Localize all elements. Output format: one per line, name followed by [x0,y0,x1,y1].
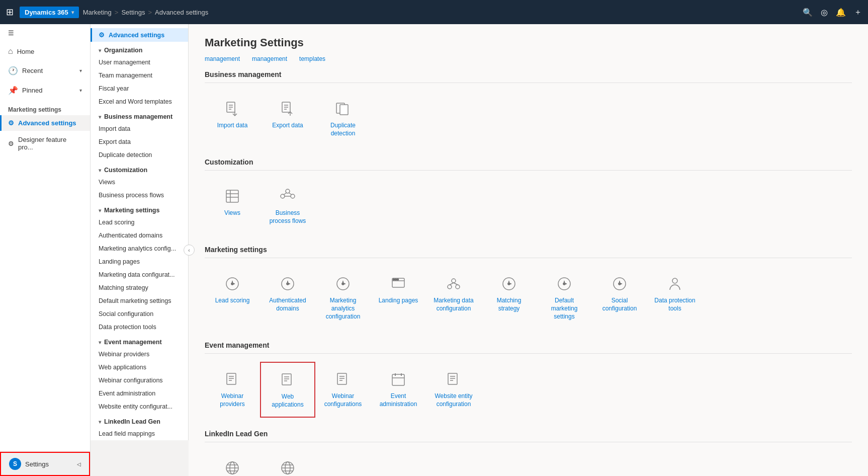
biz-chevron-icon: ▾ [99,114,101,120]
card-duplicate-detection[interactable]: Duplicate detection [315,91,371,146]
breadcrumb: Marketing > Settings > Advanced settings [83,9,208,16]
settings-chevron-icon: ◁ [77,461,81,467]
nav-advanced-settings[interactable]: Advanced settings [155,9,208,16]
waffle-icon[interactable]: ⊞ [6,7,14,18]
marketing-settings-cards: Lead scoring Authenticated domains Marke… [205,266,852,329]
sec-sidebar-mkt-data-config[interactable]: Marketing data configurat... [91,268,188,281]
linkedin-label: LinkedIn Lead Gen [104,418,160,425]
svg-point-40 [448,285,452,289]
card-lead-field-mappings[interactable]: Lead field mappings [205,450,260,476]
sidebar-item-home[interactable]: ⌂ Home [0,42,90,61]
sec-sidebar-user-management[interactable]: User management [91,56,188,69]
sec-sidebar-custom-header[interactable]: ▾ Customization [91,162,188,176]
views-label: Views [224,209,240,217]
sec-sidebar-mkt-header[interactable]: ▾ Marketing settings [91,202,188,216]
collapse-sidebar-button[interactable]: ‹ [184,245,195,256]
card-views[interactable]: Views [205,179,260,233]
card-lead-scoring[interactable]: Lead scoring [205,266,260,329]
sec-sidebar-data-protection[interactable]: Data protection tools [91,321,188,334]
card-marketing-analytics-configuration[interactable]: Marketing analytics configuration [315,266,371,329]
linkedin-chevron-icon: ▾ [99,419,101,425]
card-landing-pages[interactable]: Landing pages [371,266,426,329]
card-lead-matching-strategy[interactable]: Lead matching strategy [260,450,315,476]
svg-point-38 [397,279,399,280]
settings-bottom-label: Settings [25,460,49,468]
sec-sidebar-advanced-settings[interactable]: ⚙ Advanced settings [91,28,188,42]
card-default-marketing-settings[interactable]: Default marketing settings [537,266,592,329]
partial-link-management-2[interactable]: management [252,55,287,62]
sec-sidebar-event-admin[interactable]: Event administration [91,387,188,400]
sec-sidebar-biz-header[interactable]: ▾ Business management [91,108,188,122]
sec-advanced-settings-label: Advanced settings [109,32,164,39]
lead-scoring-icon [223,275,241,293]
sec-sidebar-duplicate-detection[interactable]: Duplicate detection [91,148,188,162]
secondary-sidebar: ⚙ Advanced settings ▾ Organization User … [91,24,189,440]
sec-sidebar-export-data[interactable]: Export data [91,135,188,148]
event-chevron-icon: ▾ [99,340,101,345]
sec-sidebar-webinar-config[interactable]: Webinar configurations [91,374,188,387]
svg-line-43 [454,283,458,285]
partial-link-templates[interactable]: templates [299,55,325,62]
sec-sidebar-import-data[interactable]: Import data [91,122,188,135]
card-import-data[interactable]: Import data [205,91,260,146]
sec-sidebar-mkt-analytics[interactable]: Marketing analytics config... [91,242,188,255]
sec-sidebar-landing-pages[interactable]: Landing pages [91,255,188,268]
card-social-configuration[interactable]: Social configuration [592,266,647,329]
target-icon[interactable]: ◎ [821,8,828,17]
add-icon[interactable]: ＋ [854,7,862,18]
pinned-icon: 📌 [8,86,18,95]
sec-sidebar-social-config[interactable]: Social configuration [91,307,188,321]
data-protection-icon [666,275,684,293]
hamburger-menu[interactable]: ☰ [0,24,90,42]
sec-sidebar-lead-scoring[interactable]: Lead scoring [91,216,188,229]
business-management-section: Business management Import data Export d… [205,70,852,146]
card-matching-strategy[interactable]: Matching strategy [481,266,537,329]
sidebar-item-recent[interactable]: 🕐 Recent ▾ [0,61,90,81]
sec-sidebar-views[interactable]: Views [91,176,188,189]
sec-sidebar-business-process-flows[interactable]: Business process flows [91,189,188,202]
nav-settings[interactable]: Settings [121,9,145,16]
nav-marketing[interactable]: Marketing [83,9,112,16]
sec-sidebar-fiscal-year[interactable]: Fiscal year [91,82,188,95]
business-management-title: Business management [205,70,852,83]
sidebar-item-advanced-settings[interactable]: ⚙ Advanced settings [0,115,90,131]
sec-sidebar-lead-field-mappings[interactable]: Lead field mappings [91,427,188,440]
sec-sidebar-org-header[interactable]: ▾ Organization [91,42,188,56]
excel-word-label: Excel and Word templates [99,98,172,105]
sec-sidebar-default-mkt-settings[interactable]: Default marketing settings [91,294,188,307]
sidebar-pinned-label: Pinned [22,87,42,94]
settings-bottom-item[interactable]: S Settings ◁ [0,452,90,476]
card-export-data[interactable]: Export data [260,91,315,146]
card-website-entity-configuration[interactable]: Website entity configuration [426,362,481,418]
card-webinar-configurations[interactable]: Webinar configurations [315,362,371,418]
sec-sidebar-webinar-providers[interactable]: Webinar providers [91,348,188,361]
sec-sidebar-team-management[interactable]: Team management [91,69,188,82]
sec-sidebar-web-applications[interactable]: Web applications [91,361,188,374]
customization-section: Customization Views Business process flo… [205,158,852,233]
svg-point-37 [395,279,397,280]
card-web-applications[interactable]: Web applications [260,362,315,418]
sec-sidebar-authenticated-domains[interactable]: Authenticated domains [91,229,188,242]
views-icon [223,187,241,205]
partial-link-management-1[interactable]: management [205,55,240,62]
search-icon[interactable]: 🔍 [803,8,813,17]
sec-sidebar-linkedin-header[interactable]: ▾ LinkedIn Lead Gen [91,413,188,427]
sec-sidebar-website-entity[interactable]: Website entity configurat... [91,400,188,413]
card-event-administration[interactable]: Event administration [371,362,426,418]
card-marketing-data-configuration[interactable]: Marketing data configuration [426,266,481,329]
lead-matching-strategy-icon [279,459,297,476]
org-label: Organization [104,47,142,54]
card-webinar-providers[interactable]: Webinar providers [205,362,260,418]
app-logo[interactable]: Dynamics 365 ▾ [20,7,79,18]
sec-sidebar-event-header[interactable]: ▾ Event management [91,334,188,348]
sidebar-item-pinned[interactable]: 📌 Pinned ▾ [0,81,90,100]
mkt-label: Marketing settings [104,207,159,214]
sec-sidebar-excel-word[interactable]: Excel and Word templates [91,95,188,108]
sidebar-item-designer-feature[interactable]: ⚙ Designer feature pro... [0,131,90,156]
sec-sidebar-matching-strategy[interactable]: Matching strategy [91,281,188,294]
card-business-process-flows[interactable]: Business process flows [260,179,315,233]
notification-icon[interactable]: 🔔 [836,8,846,17]
card-authenticated-domains[interactable]: Authenticated domains [260,266,315,329]
sidebar-home-label: Home [17,48,35,55]
card-data-protection-tools[interactable]: Data protection tools [647,266,703,329]
